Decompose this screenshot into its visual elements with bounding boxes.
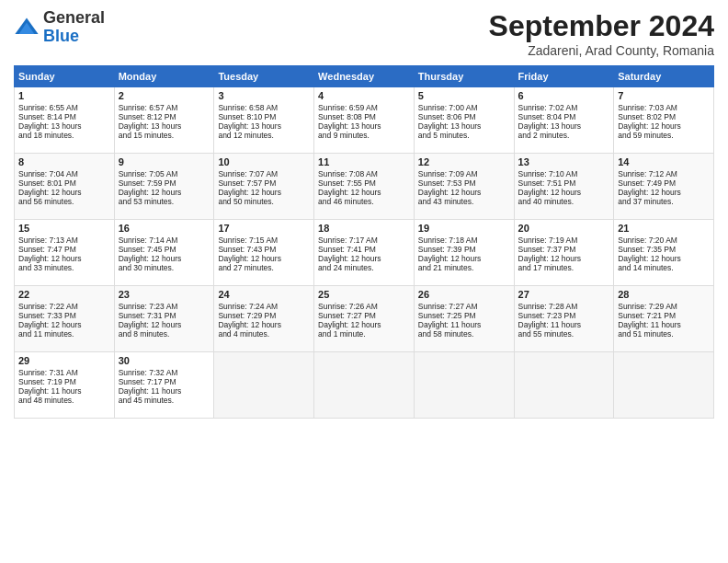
calendar-week-row: 1Sunrise: 6:55 AMSunset: 8:14 PMDaylight… bbox=[15, 87, 714, 154]
day-info-line: Sunrise: 7:00 AM bbox=[418, 103, 510, 112]
calendar-cell: 18Sunrise: 7:17 AMSunset: 7:41 PMDayligh… bbox=[314, 220, 415, 286]
day-header: Tuesday bbox=[214, 66, 314, 87]
day-info-line: Sunset: 8:10 PM bbox=[218, 112, 310, 121]
day-info-line: and 50 minutes. bbox=[218, 197, 310, 206]
day-info-line: Sunset: 7:25 PM bbox=[418, 311, 510, 320]
day-info-line: Sunset: 8:14 PM bbox=[18, 112, 110, 121]
logo-blue: Blue bbox=[43, 28, 105, 46]
calendar-cell: 16Sunrise: 7:14 AMSunset: 7:45 PMDayligh… bbox=[114, 220, 214, 286]
day-info-line: Daylight: 12 hours bbox=[318, 188, 410, 197]
day-info-line: and 58 minutes. bbox=[418, 329, 510, 339]
calendar-cell: 26Sunrise: 7:27 AMSunset: 7:25 PMDayligh… bbox=[414, 286, 514, 352]
day-info-line: Sunset: 7:35 PM bbox=[618, 245, 710, 254]
calendar-table: SundayMondayTuesdayWednesdayThursdayFrid… bbox=[14, 65, 714, 419]
day-info-line: Sunset: 8:04 PM bbox=[518, 112, 610, 121]
calendar-cell: 29Sunrise: 7:31 AMSunset: 7:19 PMDayligh… bbox=[15, 352, 115, 419]
day-number: 3 bbox=[218, 90, 310, 101]
day-info-line: Sunrise: 7:19 AM bbox=[518, 236, 610, 245]
day-info-line: Sunrise: 7:22 AM bbox=[18, 302, 110, 311]
calendar-week-row: 15Sunrise: 7:13 AMSunset: 7:47 PMDayligh… bbox=[15, 220, 714, 286]
calendar-cell bbox=[314, 352, 415, 419]
day-info-line: Sunrise: 7:05 AM bbox=[119, 169, 210, 178]
day-info-line: Sunset: 7:51 PM bbox=[518, 178, 610, 188]
day-info-line: Sunset: 7:31 PM bbox=[119, 311, 210, 320]
day-info-line: Daylight: 12 hours bbox=[418, 188, 510, 197]
day-number: 12 bbox=[418, 156, 510, 167]
day-info-line: Sunset: 7:23 PM bbox=[518, 311, 610, 320]
day-info-line: and 8 minutes. bbox=[119, 329, 210, 339]
calendar-cell: 3Sunrise: 6:58 AMSunset: 8:10 PMDaylight… bbox=[214, 87, 314, 154]
day-info-line: Sunrise: 7:26 AM bbox=[318, 302, 410, 311]
calendar-cell: 28Sunrise: 7:29 AMSunset: 7:21 PMDayligh… bbox=[614, 286, 714, 352]
title-block: September 2024 Zadareni, Arad County, Ro… bbox=[489, 9, 714, 58]
day-info-line: Sunrise: 7:03 AM bbox=[618, 103, 710, 112]
day-info-line: and 40 minutes. bbox=[518, 197, 610, 206]
day-info-line: and 2 minutes. bbox=[518, 131, 610, 140]
day-info-line: and 43 minutes. bbox=[418, 197, 510, 206]
day-info-line: Sunset: 7:39 PM bbox=[418, 245, 510, 254]
day-number: 25 bbox=[318, 289, 410, 300]
day-info-line: Sunset: 7:49 PM bbox=[618, 178, 710, 188]
day-info-line: Sunrise: 7:29 AM bbox=[618, 302, 710, 311]
day-info-line: Sunset: 7:29 PM bbox=[218, 311, 310, 320]
day-info-line: and 12 minutes. bbox=[218, 131, 310, 140]
logo-icon bbox=[14, 15, 40, 40]
day-number: 2 bbox=[119, 90, 210, 101]
calendar-cell bbox=[514, 352, 614, 419]
day-info-line: Daylight: 12 hours bbox=[518, 254, 610, 263]
day-info-line: Sunrise: 6:58 AM bbox=[218, 103, 310, 112]
logo-text: General Blue bbox=[43, 9, 105, 46]
day-info-line: Daylight: 12 hours bbox=[318, 320, 410, 329]
day-header: Sunday bbox=[15, 66, 115, 87]
day-number: 23 bbox=[119, 289, 210, 300]
day-number: 6 bbox=[518, 90, 610, 101]
day-info-line: Sunset: 7:17 PM bbox=[119, 377, 210, 386]
day-info-line: Sunrise: 7:04 AM bbox=[18, 169, 110, 178]
day-info-line: Sunset: 7:33 PM bbox=[18, 311, 110, 320]
page-container: General Blue September 2024 Zadareni, Ar… bbox=[0, 0, 728, 428]
day-info-line: and 27 minutes. bbox=[218, 263, 310, 272]
day-info-line: Daylight: 13 hours bbox=[119, 121, 210, 131]
day-number: 30 bbox=[119, 355, 210, 366]
day-info-line: and 51 minutes. bbox=[618, 329, 710, 339]
day-info-line: Sunrise: 7:15 AM bbox=[218, 236, 310, 245]
day-info-line: Sunset: 8:12 PM bbox=[119, 112, 210, 121]
day-info-line: Daylight: 11 hours bbox=[518, 320, 610, 329]
day-info-line: Daylight: 13 hours bbox=[218, 121, 310, 131]
day-info-line: Sunset: 7:45 PM bbox=[119, 245, 210, 254]
day-number: 26 bbox=[418, 289, 510, 300]
day-info-line: Sunrise: 7:12 AM bbox=[618, 169, 710, 178]
calendar-cell: 8Sunrise: 7:04 AMSunset: 8:01 PMDaylight… bbox=[15, 154, 115, 220]
day-number: 4 bbox=[318, 90, 410, 101]
day-info-line: Daylight: 12 hours bbox=[518, 188, 610, 197]
day-info-line: Sunset: 8:01 PM bbox=[18, 178, 110, 188]
day-info-line: and 24 minutes. bbox=[318, 263, 410, 272]
day-info-line: and 17 minutes. bbox=[518, 263, 610, 272]
day-info-line: Daylight: 12 hours bbox=[119, 254, 210, 263]
day-info-line: and 59 minutes. bbox=[618, 131, 710, 140]
day-info-line: and 4 minutes. bbox=[218, 329, 310, 339]
day-info-line: Daylight: 12 hours bbox=[18, 254, 110, 263]
day-info-line: and 11 minutes. bbox=[18, 329, 110, 339]
calendar-cell: 2Sunrise: 6:57 AMSunset: 8:12 PMDaylight… bbox=[114, 87, 214, 154]
calendar-cell: 4Sunrise: 6:59 AMSunset: 8:08 PMDaylight… bbox=[314, 87, 415, 154]
day-info-line: Sunset: 7:55 PM bbox=[318, 178, 410, 188]
day-header: Wednesday bbox=[314, 66, 415, 87]
day-info-line: Sunrise: 6:57 AM bbox=[119, 103, 210, 112]
calendar-week-row: 29Sunrise: 7:31 AMSunset: 7:19 PMDayligh… bbox=[15, 352, 714, 419]
calendar-cell: 6Sunrise: 7:02 AMSunset: 8:04 PMDaylight… bbox=[514, 87, 614, 154]
day-info-line: Sunset: 8:02 PM bbox=[618, 112, 710, 121]
day-info-line: and 5 minutes. bbox=[418, 131, 510, 140]
day-info-line: Daylight: 12 hours bbox=[218, 320, 310, 329]
day-info-line: Daylight: 12 hours bbox=[119, 188, 210, 197]
day-info-line: Daylight: 13 hours bbox=[318, 121, 410, 131]
day-info-line: Sunset: 7:27 PM bbox=[318, 311, 410, 320]
day-info-line: and 18 minutes. bbox=[18, 131, 110, 140]
day-number: 11 bbox=[318, 156, 410, 167]
header: General Blue September 2024 Zadareni, Ar… bbox=[14, 9, 714, 58]
day-number: 27 bbox=[518, 289, 610, 300]
calendar-cell: 27Sunrise: 7:28 AMSunset: 7:23 PMDayligh… bbox=[514, 286, 614, 352]
day-info-line: Daylight: 12 hours bbox=[618, 254, 710, 263]
day-number: 15 bbox=[18, 223, 110, 234]
day-number: 18 bbox=[318, 223, 410, 234]
